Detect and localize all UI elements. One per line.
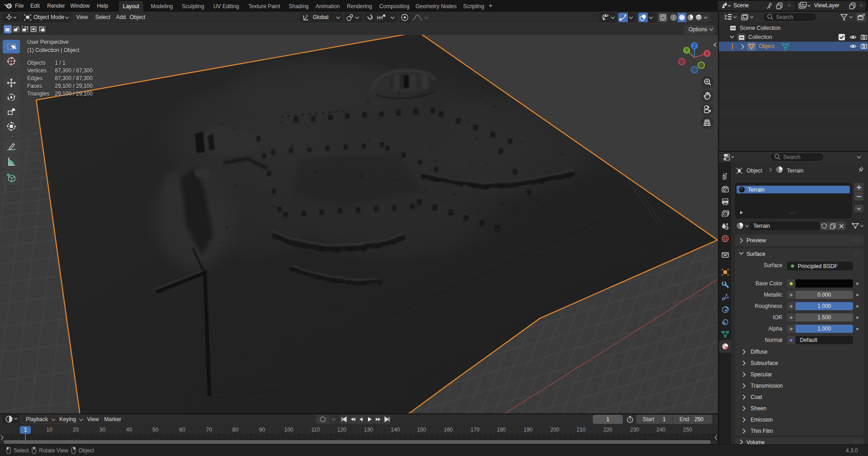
svg-text:Y: Y	[685, 48, 689, 53]
svg-text:Z: Z	[693, 43, 696, 48]
svg-text:X: X	[706, 51, 709, 56]
